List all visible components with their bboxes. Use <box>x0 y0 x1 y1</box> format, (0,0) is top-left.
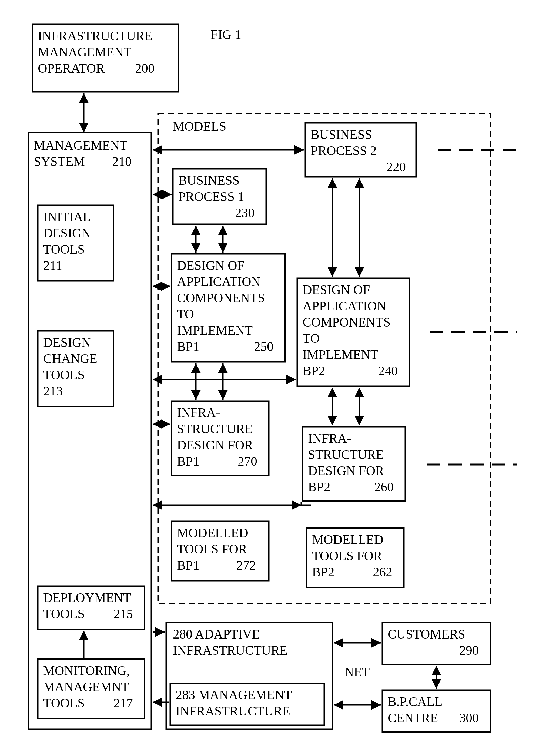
box-200: INFRASTRUCTURE MANAGEMENT OPERATOR 200 <box>33 24 178 92</box>
svg-text:213: 213 <box>43 384 63 398</box>
svg-text:217: 217 <box>114 696 133 710</box>
svg-text:TOOLS FOR: TOOLS FOR <box>177 542 247 556</box>
svg-text:BP1: BP1 <box>177 339 199 354</box>
net-label: NET <box>345 665 370 679</box>
svg-text:220: 220 <box>386 160 406 174</box>
box-220: BUSINESS PROCESS 2 220 <box>305 123 416 177</box>
box-213: DESIGN CHANGE TOOLS 213 <box>38 331 114 406</box>
svg-text:211: 211 <box>43 258 62 273</box>
models-label: MODELS <box>173 119 226 133</box>
svg-text:MANAGEMENT: MANAGEMENT <box>38 45 131 59</box>
svg-text:BUSINESS: BUSINESS <box>311 127 372 142</box>
svg-text:INFRA-: INFRA- <box>308 431 351 446</box>
svg-text:CENTRE: CENTRE <box>388 711 438 725</box>
box-240: DESIGN OF APPLICATION COMPONENTS TO IMPL… <box>297 278 409 386</box>
svg-text:DESIGN FOR: DESIGN FOR <box>177 438 253 452</box>
svg-text:MANAGEMNT: MANAGEMNT <box>43 680 129 694</box>
svg-text:SYSTEM: SYSTEM <box>34 154 85 169</box>
svg-text:262: 262 <box>373 565 392 579</box>
svg-text:TOOLS: TOOLS <box>43 696 85 710</box>
svg-text:INFRA-: INFRA- <box>177 405 220 420</box>
svg-text:260: 260 <box>374 480 394 494</box>
svg-text:CHANGE: CHANGE <box>43 351 97 366</box>
box-215: DEPLOYMENT TOOLS 215 <box>38 586 145 629</box>
box-250: DESIGN OF APPLICATION COMPONENTS TO IMPL… <box>172 254 285 362</box>
svg-text:INFRASTRUCTURE: INFRASTRUCTURE <box>173 643 287 657</box>
box-230: BUSINESS PROCESS 1 230 <box>173 169 266 224</box>
svg-text:MONITORING,: MONITORING, <box>43 663 130 678</box>
svg-text:TOOLS FOR: TOOLS FOR <box>312 549 382 563</box>
svg-text:STRUCTURE: STRUCTURE <box>308 447 384 462</box>
svg-text:DESIGN OF: DESIGN OF <box>303 283 370 297</box>
svg-text:200: 200 <box>135 61 155 75</box>
svg-text:COMPONENTS: COMPONENTS <box>303 315 390 329</box>
svg-text:DESIGN: DESIGN <box>43 335 91 350</box>
svg-text:INFRASTRUCTURE: INFRASTRUCTURE <box>176 704 290 718</box>
box-290: CUSTOMERS 290 <box>382 623 490 664</box>
svg-text:INITIAL: INITIAL <box>43 210 91 224</box>
svg-text:TO: TO <box>303 331 320 345</box>
box-217: MONITORING, MANAGEMNT TOOLS 217 <box>38 659 145 719</box>
box-283: 283 MANAGEMENT INFRASTRUCTURE <box>170 683 324 725</box>
svg-text:STRUCTURE: STRUCTURE <box>177 422 253 436</box>
svg-text:272: 272 <box>236 558 256 572</box>
svg-text:MANAGEMENT: MANAGEMENT <box>34 138 127 152</box>
svg-text:250: 250 <box>254 339 273 354</box>
svg-text:270: 270 <box>238 454 257 468</box>
svg-text:CUSTOMERS: CUSTOMERS <box>388 627 465 641</box>
svg-text:BP2: BP2 <box>303 364 325 378</box>
svg-text:DESIGN: DESIGN <box>43 226 91 240</box>
svg-text:APPLICATION: APPLICATION <box>177 274 261 289</box>
svg-text:TOOLS: TOOLS <box>43 242 85 256</box>
svg-text:PROCESS 1: PROCESS 1 <box>178 189 244 204</box>
svg-text:TOOLS: TOOLS <box>43 368 85 382</box>
box-272: MODELLED TOOLS FOR BP1 272 <box>172 521 269 581</box>
svg-text:INFRASTRUCTURE: INFRASTRUCTURE <box>38 29 152 43</box>
svg-text:BP1: BP1 <box>177 558 199 572</box>
box-262: MODELLED TOOLS FOR BP2 262 <box>307 528 404 587</box>
diagram-canvas: FIG 1 INFRASTRUCTURE MANAGEMENT OPERATOR… <box>0 0 539 756</box>
svg-text:B.P.CALL: B.P.CALL <box>388 694 442 709</box>
svg-text:MODELLED: MODELLED <box>312 532 383 547</box>
svg-text:COMPONENTS: COMPONENTS <box>177 291 265 305</box>
svg-text:215: 215 <box>114 607 133 621</box>
svg-text:300: 300 <box>459 711 479 725</box>
svg-text:BUSINESS: BUSINESS <box>178 173 240 187</box>
svg-text:APPLICATION: APPLICATION <box>303 299 386 313</box>
box-300: B.P.CALL CENTRE 300 <box>382 690 490 732</box>
svg-text:210: 210 <box>112 154 131 169</box>
svg-text:DESIGN OF: DESIGN OF <box>177 258 244 273</box>
box-211: INITIAL DESIGN TOOLS 211 <box>38 205 114 281</box>
svg-text:283 MANAGEMENT: 283 MANAGEMENT <box>176 688 292 702</box>
svg-text:BP2: BP2 <box>312 565 335 579</box>
svg-text:TO: TO <box>177 307 194 321</box>
svg-text:IMPLEMENT: IMPLEMENT <box>303 347 378 362</box>
svg-text:290: 290 <box>459 643 479 657</box>
box-260: INFRA- STRUCTURE DESIGN FOR BP2 260 <box>303 427 405 501</box>
svg-text:DESIGN FOR: DESIGN FOR <box>308 463 384 478</box>
svg-text:230: 230 <box>235 206 255 220</box>
svg-text:OPERATOR: OPERATOR <box>38 61 105 75</box>
svg-text:PROCESS 2: PROCESS 2 <box>311 143 377 158</box>
box-270: INFRA- STRUCTURE DESIGN FOR BP1 270 <box>172 401 269 475</box>
svg-text:MODELLED: MODELLED <box>177 525 248 540</box>
svg-text:240: 240 <box>378 364 398 378</box>
svg-text:280 ADAPTIVE: 280 ADAPTIVE <box>173 627 260 641</box>
svg-text:IMPLEMENT: IMPLEMENT <box>177 323 253 337</box>
svg-text:BP2: BP2 <box>308 480 331 494</box>
figure-title: FIG 1 <box>211 27 241 41</box>
svg-text:DEPLOYMENT: DEPLOYMENT <box>43 590 131 605</box>
svg-text:BP1: BP1 <box>177 454 199 468</box>
svg-text:TOOLS: TOOLS <box>43 607 85 621</box>
